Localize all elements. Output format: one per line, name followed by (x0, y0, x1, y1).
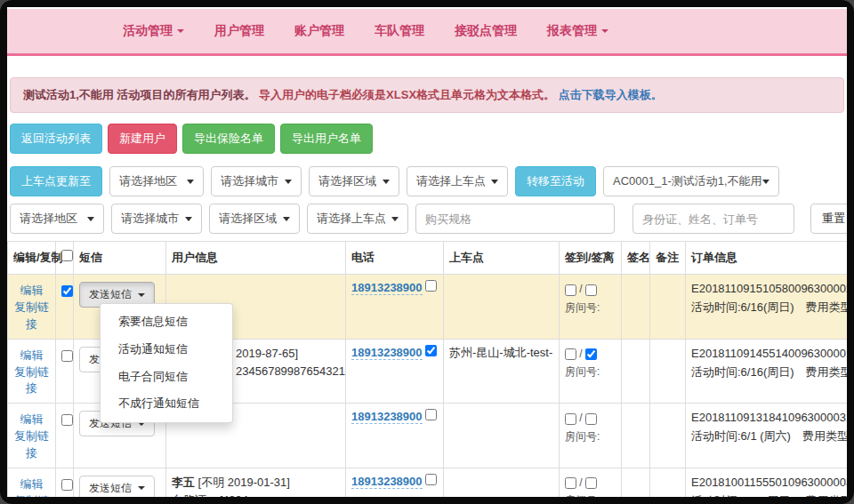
filter-district-select[interactable]: 请选择区域 (209, 204, 300, 234)
nav-item-fleet-mgmt[interactable]: 车队管理 (375, 23, 424, 39)
checkin-checkbox[interactable] (565, 284, 576, 296)
edit-link[interactable]: 编辑 (20, 412, 44, 428)
phone-checkbox[interactable] (425, 474, 437, 485)
nav-item-user-mgmt[interactable]: 用户管理 (214, 23, 264, 39)
city-select[interactable]: 请选择城市 (211, 166, 302, 196)
order-number: E201810011555010963000003 (691, 474, 847, 492)
nav-item-activity-mgmt[interactable]: 活动管理 (123, 23, 184, 39)
update-pickup-point-button[interactable]: 上车点更新至 (10, 166, 102, 196)
phone-link[interactable]: 18913238900 (351, 281, 423, 295)
edit-link[interactable]: 编辑 (20, 348, 44, 364)
send-sms-label: 发送短信 (89, 481, 132, 496)
signature-cell (622, 275, 650, 340)
alert-banner: 测试活动1,不能用 活动项目的所有用户列表。 导入用户的电子档必须是XLSX格式… (10, 77, 844, 113)
transfer-to-activity-button[interactable]: 转移至活动 (515, 166, 596, 196)
phone-cell: 18913238900 (346, 275, 444, 340)
copy-link[interactable]: 复制链接 (13, 300, 50, 333)
pickup-update-row: 上车点更新至 请选择地区 请选择城市 请选择区域 请选择上车点 转移至活动 AC… (10, 166, 844, 196)
col-header-user: 用户信息 (166, 242, 346, 275)
checkout-checkbox[interactable] (585, 348, 597, 360)
menu-item-cancellation-notice-sms[interactable]: 不成行通知短信 (101, 390, 232, 418)
reset-button[interactable]: 重置 (810, 204, 847, 234)
select-value: 请选择区域 (219, 211, 277, 227)
room-number-label: 房间号: (565, 299, 616, 316)
nav-item-account-mgmt[interactable]: 账户管理 (294, 23, 344, 39)
caret-down-icon (185, 217, 192, 221)
checkout-checkbox[interactable] (585, 413, 597, 425)
caret-down-icon (187, 180, 194, 184)
download-template-link[interactable]: 点击下载导入模板。 (559, 88, 663, 101)
copy-link[interactable]: 复制链接 (13, 428, 50, 462)
send-sms-button[interactable]: 发送短信 (79, 476, 155, 497)
filter-region-select[interactable]: 请选择地区 (10, 204, 104, 234)
caret-down-icon (491, 180, 498, 184)
target-activity-select[interactable]: AC0001_1-测试活动1,不能用 (603, 166, 779, 196)
sign-cell: / 房间号: (560, 339, 622, 404)
checkout-checkbox[interactable] (585, 284, 597, 296)
signature-cell (622, 468, 650, 497)
export-insurance-list-button[interactable]: 导出保险名单 (182, 124, 275, 154)
search-input[interactable] (632, 204, 794, 234)
copy-link[interactable]: 复制链接 (13, 364, 50, 398)
select-value: AC0001_1-测试活动1,不能用 (613, 173, 762, 189)
checkin-checkbox[interactable] (565, 348, 576, 360)
signature-cell (622, 404, 650, 468)
filter-city-select[interactable]: 请选择城市 (111, 204, 202, 234)
row-checkbox[interactable] (61, 479, 73, 491)
col-header-edit: 编辑/复制 (8, 242, 56, 275)
phone-checkbox[interactable] (425, 345, 437, 356)
checkout-checkbox[interactable] (585, 477, 597, 489)
alert-title: 测试活动1,不能用 活动项目的所有用户列表。 (23, 88, 255, 101)
region-select[interactable]: 请选择地区 (109, 166, 204, 196)
nav-divider (7, 53, 847, 56)
menu-item-request-info-sms[interactable]: 索要信息短信 (101, 308, 232, 336)
copy-link[interactable]: 复制链接 (13, 493, 50, 497)
nav-item-shuttle-point-mgmt[interactable]: 接驳点管理 (455, 23, 517, 39)
checkin-checkbox[interactable] (565, 413, 576, 425)
district-select[interactable]: 请选择区域 (309, 166, 399, 196)
back-to-activity-list-button[interactable]: 返回活动列表 (10, 124, 102, 154)
col-header-signature: 签名 (622, 242, 650, 275)
phone-link[interactable]: 18913238900 (351, 475, 423, 489)
nav-item-label: 车队管理 (375, 23, 424, 39)
phone-checkbox[interactable] (425, 280, 437, 292)
checkin-checkbox[interactable] (565, 477, 576, 489)
order-number: E2018110915105800963000025 (691, 280, 847, 299)
nav-item-report-mgmt[interactable]: 报表管理 (547, 23, 608, 39)
pickup-cell (444, 404, 560, 468)
row-checkbox[interactable] (61, 285, 73, 297)
user-id-number: 23456789987654321 (236, 363, 340, 380)
order-details: 活动时间:6/16(周日) 费用类型 (691, 299, 847, 317)
user-name: 李五 (172, 476, 195, 489)
sign-cell: / 房间号: (560, 468, 622, 497)
sms-dropdown-menu: 索要信息短信 活动通知短信 电子合同短信 不成行通知短信 (100, 303, 233, 423)
screen-frame: 活动管理 用户管理 账户管理 车队管理 接驳点管理 报表管理 测试活动1,不能用… (0, 0, 854, 504)
table-header-row: 编辑/复制 短信 用户信息 电话 上车点 签到/签离 签名 备注 订单信息 (8, 242, 848, 275)
caret-down-icon (87, 217, 94, 221)
select-all-checkbox[interactable] (61, 250, 73, 261)
col-header-note: 备注 (650, 242, 686, 275)
export-user-list-button[interactable]: 导出用户名单 (280, 124, 373, 154)
select-value: 请选择地区 (20, 211, 77, 227)
nav-item-label: 账户管理 (294, 23, 344, 39)
menu-item-activity-notice-sms[interactable]: 活动通知短信 (101, 336, 232, 364)
select-value: 请选择城市 (121, 211, 179, 227)
row-checkbox[interactable] (61, 350, 73, 362)
signature-cell (622, 339, 650, 404)
phone-link[interactable]: 18913238900 (351, 346, 423, 360)
row-checkbox-cell (56, 275, 74, 340)
edit-link[interactable]: 编辑 (20, 476, 44, 493)
caret-down-icon (138, 293, 145, 297)
menu-item-e-contract-sms[interactable]: 电子合同短信 (101, 364, 232, 391)
pickup-point-select[interactable]: 请选择上车点 (407, 166, 508, 196)
pickup-cell (444, 468, 560, 497)
row-checkbox[interactable] (61, 414, 73, 426)
phone-link[interactable]: 18913238900 (351, 410, 423, 424)
edit-copy-cell: 编辑 复制链接 (8, 339, 56, 404)
purchase-spec-input[interactable] (415, 204, 615, 234)
edit-link[interactable]: 编辑 (20, 283, 44, 300)
filter-pickup-point-select[interactable]: 请选择上车点 (307, 204, 408, 234)
new-user-button[interactable]: 新建用户 (108, 124, 177, 154)
phone-checkbox[interactable] (425, 409, 437, 420)
room-number-label: 房间号: (565, 363, 616, 380)
